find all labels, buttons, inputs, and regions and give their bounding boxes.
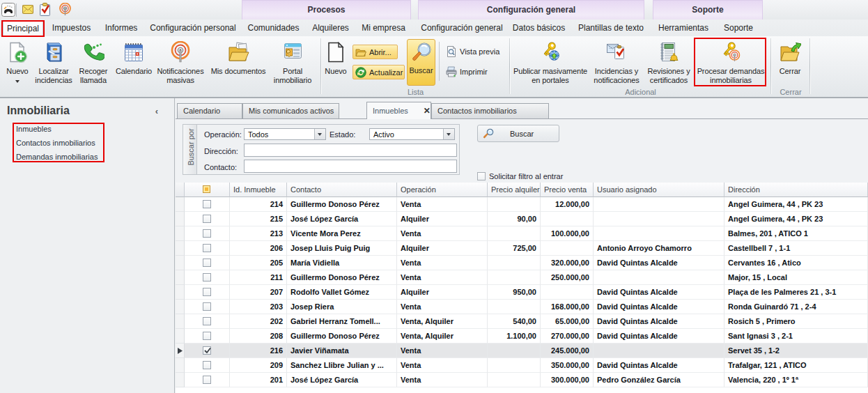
nuevo-button[interactable]: Nuevo — [1, 41, 33, 86]
ribbon-tab-informes[interactable]: Informes — [100, 20, 142, 36]
ribbon-tab-herramientas[interactable]: Herramientas — [655, 20, 712, 36]
row-checkbox-checked[interactable] — [203, 346, 211, 355]
row-checkbox[interactable] — [203, 317, 211, 325]
ribbon-tab-impuestos[interactable]: Impuestos — [49, 20, 94, 36]
cell-usuario — [594, 226, 724, 241]
solicitar-filtro-checkbox[interactable] — [477, 172, 486, 180]
row-checkbox[interactable] — [203, 376, 211, 384]
grid-header-checkbox[interactable] — [185, 183, 230, 197]
tasks-icon[interactable] — [40, 3, 51, 16]
row-checkbox[interactable] — [203, 332, 211, 340]
broadcast-icon[interactable] — [59, 3, 72, 16]
cell-id: 205 — [230, 256, 287, 270]
row-checkbox[interactable] — [203, 259, 211, 267]
nuevo-lista-button[interactable]: Nuevo — [322, 41, 350, 86]
grid-row-211[interactable]: 211Guillermo Donoso PérezVenta250.000,00… — [176, 270, 868, 285]
ribbon-tab-configuracion-general[interactable]: Configuración general — [419, 20, 504, 36]
grid-row-213[interactable]: 213Vicente Mora PerezVenta100.000,00Balm… — [176, 226, 868, 241]
main-area: Calendario Mis comunicados activos Conta… — [176, 98, 868, 393]
cell-contacto: José López García — [287, 373, 397, 387]
grid-row-215[interactable]: 215José López GarcíaAlquiler90,00Angel G… — [176, 212, 868, 226]
grid-row-208[interactable]: 208Guillermo Donoso PérezVenta, Alquiler… — [176, 329, 868, 344]
cell-precio-alquiler: 725,00 — [488, 241, 541, 256]
localizar-incidencias-button[interactable]: Localizar incidencias — [34, 41, 73, 86]
print-preview-icon — [446, 46, 457, 57]
grid-header-contacto[interactable]: Contacto — [287, 183, 397, 197]
grid-header-direccion[interactable]: Dirección — [724, 183, 868, 197]
grid-row-209[interactable]: 209Sanchez Llibre Julian y ...Venta350.0… — [176, 358, 868, 373]
grid-row-216[interactable]: 216Javier ViñamataVenta245.000,00Servet … — [176, 344, 868, 358]
app-icon[interactable] — [1, 3, 15, 17]
cerrar-button[interactable]: Cerrar — [772, 41, 808, 86]
ribbon-tab-mi-empresa[interactable]: Mi empresa — [357, 20, 410, 36]
nuevo-dropdown-caret[interactable] — [15, 80, 20, 83]
ribbon-tab-configuracion-personal[interactable]: Configuración personal — [148, 20, 238, 36]
direccion-input[interactable] — [244, 144, 457, 157]
ribbon-tab-datos-basicos[interactable]: Datos básicos — [510, 20, 568, 36]
operacion-combo-button[interactable] — [314, 129, 325, 139]
row-checkbox-cell — [185, 285, 230, 300]
contacto-input[interactable] — [244, 160, 457, 173]
row-checkbox[interactable] — [203, 215, 211, 223]
mail-icon[interactable] — [22, 5, 33, 14]
grid-header-indicator — [176, 183, 185, 197]
estado-combo[interactable]: Activo — [369, 128, 455, 140]
grid-row-205[interactable]: 205María VidiellaVenta320.000,00David Qu… — [176, 256, 868, 270]
publicar-masivamente-button[interactable]: Publicar masivamente en portales — [511, 41, 589, 86]
grid-row-206[interactable]: 206Josep Lluis Puig PuigAlquiler725,00An… — [176, 241, 868, 256]
ribbon-category-procesos: Procesos — [242, 0, 411, 20]
ribbon-tab-plantillas-de-texto[interactable]: Plantillas de texto — [574, 20, 648, 36]
row-checkbox[interactable] — [203, 200, 211, 208]
actualizar-button[interactable]: Actualizar — [352, 65, 405, 79]
row-indicator-current — [176, 344, 185, 358]
revisiones-certificados-button[interactable]: Revisiones y certificados — [644, 41, 694, 86]
grid-header-precio-venta[interactable]: Precio venta — [541, 183, 594, 197]
doc-tab-mis-comunicados-activos[interactable]: Mis comunicados activos — [242, 103, 339, 118]
buscar-filter-button[interactable]: Buscar — [477, 125, 559, 142]
grid-row-203[interactable]: 203Josep RieraVenta168.000,00David Quint… — [176, 300, 868, 314]
doc-tab-contactos-inmobiliarios[interactable]: Contactos inmobiliarios — [431, 103, 549, 118]
row-indicator — [176, 314, 185, 329]
portal-inmobiliario-button[interactable]: Portal inmobiliario — [270, 41, 315, 86]
abrir-button[interactable]: Abrir... — [352, 45, 398, 59]
buscar-ribbon-button[interactable]: Buscar — [407, 39, 435, 86]
row-checkbox[interactable] — [203, 244, 211, 252]
row-indicator — [176, 256, 185, 270]
mis-documentos-button[interactable]: Mis documentos — [207, 41, 270, 86]
imprimir-button[interactable]: Imprimir — [444, 64, 508, 79]
group-separator — [809, 38, 810, 94]
grid-row-201[interactable]: 201José López GarcíaVenta300.000,00Pedro… — [176, 373, 868, 387]
row-checkbox[interactable] — [203, 229, 211, 238]
ribbon-tab-soporte[interactable]: Soporte — [718, 20, 759, 36]
cell-id: 203 — [230, 300, 287, 314]
row-checkbox[interactable] — [203, 273, 211, 282]
calendario-label: Calendario — [114, 67, 154, 76]
sidebar-collapse-icon[interactable]: ‹ — [152, 106, 162, 116]
doc-tab-calendario[interactable]: Calendario — [177, 103, 242, 118]
notificaciones-masivas-button[interactable]: Notificaciones masivas — [153, 41, 208, 86]
grid-header-operacion[interactable]: Operación — [397, 183, 488, 197]
ribbon-tab-comunidades[interactable]: Comunidades — [242, 20, 304, 36]
grid-row-207[interactable]: 207Rodolfo Vallet GómezAlquiler950,00Dav… — [176, 285, 868, 300]
estado-combo-button[interactable] — [443, 129, 454, 139]
row-checkbox[interactable] — [203, 302, 211, 311]
grid-header-precio-alquiler[interactable]: Precio alquiler — [488, 183, 541, 197]
recoger-llamada-button[interactable]: Recoger llamada — [74, 41, 113, 86]
cell-id: 216 — [230, 344, 287, 358]
grid-header-usuario-asignado[interactable]: Usuario asignado — [594, 183, 724, 197]
publicar-masivamente-label: Publicar masivamente en portales — [511, 67, 589, 84]
row-checkbox[interactable] — [203, 288, 211, 296]
grid-row-202[interactable]: 202Gabriel Herranz Tomell...Venta, Alqui… — [176, 314, 868, 329]
doc-tab-inmuebles[interactable]: Inmuebles✕ — [366, 102, 431, 119]
select-all-checkbox[interactable] — [203, 185, 210, 193]
row-checkbox[interactable] — [203, 361, 211, 369]
calendario-button[interactable]: Calendario — [114, 41, 154, 86]
incidencias-notificaciones-button[interactable]: Incidencias y notificaciones — [591, 41, 642, 86]
refresh-icon — [355, 67, 366, 78]
grid-row-214[interactable]: 214Guillermo Donoso PérezVenta12.000,00A… — [176, 197, 868, 212]
vista-previa-button[interactable]: Vista previa — [444, 44, 508, 59]
tab-close-icon[interactable]: ✕ — [424, 106, 431, 116]
operacion-combo[interactable]: Todos — [244, 128, 326, 140]
ribbon-tab-alquileres[interactable]: Alquileres — [309, 20, 352, 36]
grid-header-id-inmueble[interactable]: Id. Inmueble — [230, 183, 287, 197]
